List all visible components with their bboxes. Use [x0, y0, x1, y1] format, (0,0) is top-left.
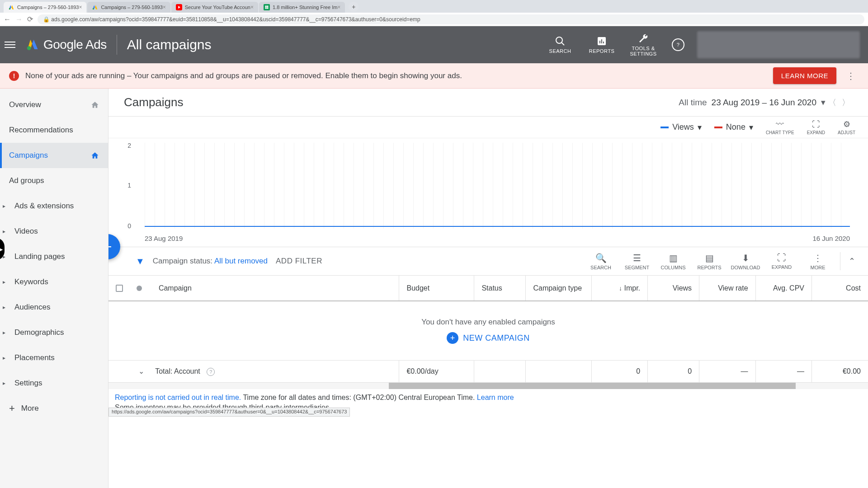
select-all-checkbox[interactable]	[116, 285, 123, 292]
total-impr: 0	[591, 361, 647, 383]
browser-tab[interactable]: 1.8 million+ Stunning Free Im ×	[259, 2, 345, 13]
browser-status-bar: https://ads.google.com/aw/campaigns?ocid…	[108, 408, 350, 416]
ads-logo-icon	[25, 38, 39, 52]
help-icon[interactable]: ?	[207, 368, 215, 376]
sidebar-item-demographics[interactable]: ▸Demographics	[0, 320, 108, 345]
col-views[interactable]: Views	[648, 276, 699, 301]
more-icon: ⋮	[813, 253, 822, 263]
adjust-icon: ⚙	[843, 119, 850, 129]
plus-icon: +	[9, 403, 15, 414]
url-input[interactable]: 🔒 ads.google.com/aw/campaigns?ocid=35984…	[38, 14, 864, 24]
chevron-right-icon: ▸	[3, 203, 5, 209]
col-status[interactable]: Status	[474, 276, 526, 301]
metric-b-selector[interactable]: None ▾	[714, 122, 753, 132]
col-view-rate[interactable]: View rate	[699, 276, 755, 301]
sidebar-item-campaigns[interactable]: Campaigns	[0, 143, 108, 168]
series-swatch	[660, 127, 669, 128]
browser-address-bar: ← → ⟳ 🔒 ads.google.com/aw/campaigns?ocid…	[0, 13, 868, 26]
sidebar-item-videos[interactable]: ▸Videos	[0, 219, 108, 244]
sidebar-item-audiences[interactable]: ▸Audiences	[0, 295, 108, 320]
svg-rect-11	[599, 41, 600, 43]
add-filter-button[interactable]: ADD FILTER	[276, 257, 322, 266]
sidebar-item-keywords[interactable]: ▸Keywords	[0, 269, 108, 295]
chevron-down-icon: ▾	[749, 122, 753, 132]
sidebar-item-placements[interactable]: ▸Placements	[0, 345, 108, 371]
reload-button[interactable]: ⟳	[27, 15, 33, 23]
horizontal-scrollbar[interactable]	[108, 383, 868, 389]
alert-menu-button[interactable]: ⋮	[843, 70, 859, 81]
chart-adjust-button[interactable]: ⚙ADJUST	[838, 119, 855, 135]
page-title: Campaigns	[124, 95, 679, 109]
chevron-down-icon[interactable]: ⌄	[138, 367, 153, 375]
sidebar-item-overview[interactable]: Overview	[0, 92, 108, 117]
sidebar-item-ads-extensions[interactable]: ▸Ads & extensions	[0, 193, 108, 219]
table-reports-button[interactable]: ▤REPORTS	[695, 253, 723, 270]
sort-desc-icon: ↓	[619, 285, 622, 292]
header-help-button[interactable]: ?	[669, 38, 687, 51]
reporting-link[interactable]: Reporting is not carried out in real tim…	[115, 394, 241, 401]
sidebar-item-recommendations[interactable]: Recommendations	[0, 117, 108, 143]
search-icon	[555, 36, 566, 47]
divider	[840, 252, 840, 270]
ads-favicon	[8, 4, 14, 10]
table-download-button[interactable]: ⬇DOWNLOAD	[731, 253, 760, 270]
chart-expand-button[interactable]: ⛶EXPAND	[807, 120, 825, 135]
chevron-down-icon: ▾	[698, 122, 702, 132]
table-more-button[interactable]: ⋮MORE	[804, 253, 832, 270]
sidebar-item-settings[interactable]: ▸Settings	[0, 371, 108, 396]
svg-rect-13	[603, 42, 604, 43]
main-menu-button[interactable]	[5, 42, 15, 48]
col-impr[interactable]: ↓ Impr.	[591, 276, 647, 301]
table-columns-button[interactable]: ▥COLUMNS	[659, 253, 687, 270]
learn-more-link[interactable]: Learn more	[477, 394, 514, 401]
col-budget[interactable]: Budget	[399, 276, 474, 301]
header-tools-button[interactable]: TOOLS & SETTINGS	[627, 33, 659, 56]
header-search-button[interactable]: SEARCH	[544, 36, 576, 54]
col-cost[interactable]: Cost	[811, 276, 868, 301]
close-icon[interactable]: ×	[163, 4, 166, 10]
series-swatch	[714, 127, 722, 128]
collapse-toolbar-button[interactable]: ⌃	[849, 256, 855, 266]
table-segment-button[interactable]: ☰SEGMENT	[623, 253, 651, 270]
sidebar-item-landing-pages[interactable]: ▸Landing pages	[0, 244, 108, 269]
col-campaign[interactable]: Campaign	[108, 276, 399, 301]
browser-tab[interactable]: Secure Your YouTube Accoun ×	[171, 2, 258, 13]
home-icon	[91, 101, 99, 109]
x-tick-start: 23 Aug 2019	[145, 235, 183, 242]
forward-button[interactable]: →	[15, 15, 23, 23]
product-logo[interactable]: Google Ads	[25, 38, 107, 52]
back-button[interactable]: ←	[4, 15, 11, 23]
url-text: ads.google.com/aw/campaigns?ocid=3598477…	[51, 16, 420, 23]
filter-chip[interactable]: Campaign status: All but removed	[153, 257, 268, 266]
scope-title[interactable]: All campaigns	[127, 37, 212, 52]
close-icon[interactable]: ×	[337, 4, 340, 10]
help-icon: ?	[672, 38, 684, 51]
date-prev-button[interactable]: 〈	[826, 97, 839, 108]
filter-icon[interactable]: ▼	[136, 256, 145, 267]
chevron-down-icon: ▾	[821, 97, 826, 108]
table-expand-button[interactable]: ⛶EXPAND	[768, 253, 796, 270]
tab-title: Secure Your YouTube Accoun	[185, 5, 250, 10]
plus-icon: +	[447, 332, 458, 344]
date-range-picker[interactable]: All time 23 Aug 2019 – 16 Jun 2020 ▾	[679, 97, 826, 108]
chart-grid	[145, 143, 850, 229]
new-tab-button[interactable]: +	[349, 2, 359, 12]
sidebar-item-ad-groups[interactable]: Ad groups	[0, 168, 108, 193]
chart-type-button[interactable]: 〰CHART TYPE	[766, 120, 794, 135]
learn-more-button[interactable]: LEARN MORE	[773, 67, 836, 84]
sidebar-item-label: Campaigns	[9, 151, 48, 160]
table-search-button[interactable]: 🔍SEARCH	[587, 253, 615, 270]
browser-tab[interactable]: Campaigns – 279-560-1893 ×	[87, 2, 170, 13]
col-avg-cpv[interactable]: Avg. CPV	[755, 276, 811, 301]
browser-tab[interactable]: Campaigns – 279-560-1893 ×	[4, 2, 86, 13]
y-tick: 1	[127, 182, 131, 189]
header-reports-button[interactable]: REPORTS	[586, 36, 618, 54]
sidebar-more[interactable]: + More	[0, 396, 108, 421]
new-campaign-button[interactable]: + NEW CAMPAIGN	[447, 332, 530, 344]
date-next-button[interactable]: 〉	[839, 97, 853, 108]
close-icon[interactable]: ×	[250, 4, 254, 10]
metric-a-selector[interactable]: Views ▾	[660, 122, 702, 132]
chevron-right-icon: ▸	[3, 380, 5, 386]
close-icon[interactable]: ×	[79, 4, 82, 10]
col-campaign-type[interactable]: Campaign type	[526, 276, 591, 301]
